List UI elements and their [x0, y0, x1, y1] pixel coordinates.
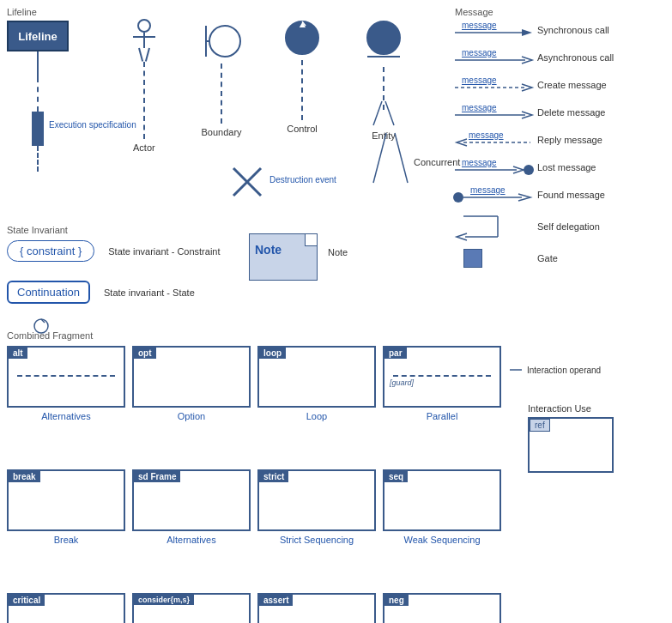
- svg-marker-14: [522, 29, 532, 36]
- entity-svg: [365, 19, 403, 67]
- frag-assert-tag: assert: [259, 595, 293, 606]
- boundary-svg: [199, 19, 244, 64]
- frag-loop-label: Loop: [306, 411, 327, 421]
- frag-loop: loop Loop: [257, 346, 376, 421]
- frag-break-label: Break: [54, 535, 79, 545]
- execution-spec: [32, 112, 44, 146]
- msg-delete-arrow: [455, 103, 532, 122]
- svg-line-11: [373, 133, 386, 183]
- control-svg: [283, 19, 321, 60]
- frag-break-tag: break: [9, 471, 40, 482]
- entity-diagonal-svg: [365, 101, 403, 127]
- combined-fragment-label: Combined Fragment: [7, 330, 501, 341]
- msg-self: Self delegation: [455, 213, 614, 240]
- frag-seq-label: Weak Sequencing: [403, 535, 480, 545]
- msg-async-line: message: [455, 48, 532, 67]
- actor-label: Actor: [133, 142, 155, 153]
- gate-box: [463, 249, 482, 268]
- interaction-operand-row: Interaction operand: [510, 365, 601, 375]
- actor-dashed-line: [143, 62, 145, 139]
- msg-reply-arrow: [455, 130, 532, 149]
- actor-arms: [133, 36, 155, 38]
- frag-critical-tag: critical: [9, 595, 45, 606]
- frag-neg-box: neg: [383, 593, 501, 623]
- msg-found-desc: Found message: [537, 190, 605, 200]
- frag-loop-tag: loop: [259, 348, 286, 359]
- msg-delete-desc: Delete message: [537, 107, 606, 118]
- frag-break: break Break: [7, 469, 125, 545]
- msg-self-desc: Self delegation: [537, 221, 600, 232]
- control-element: Control: [283, 19, 321, 134]
- svg-point-20: [524, 165, 534, 175]
- interaction-use-tag: ref: [530, 419, 550, 432]
- state-invariant-section: State Invariant { constraint } State inv…: [7, 225, 221, 336]
- fragment-row3: critical Critical Region consider{m,s} C…: [7, 593, 501, 623]
- frag-alt-tag: alt: [9, 348, 27, 359]
- interaction-use-box: ref: [528, 417, 614, 473]
- msg-create-line: message: [455, 76, 532, 94]
- interaction-use-section: Interaction Use ref: [528, 403, 614, 473]
- actor-torso: [143, 33, 145, 48]
- msg-found-arrow: [455, 185, 532, 204]
- lifeline-box: Lifeline: [7, 21, 69, 51]
- operand-line-svg: [510, 365, 524, 375]
- msg-async-desc: Asynchronous call: [537, 52, 614, 63]
- lifeline-box-label: Lifeline: [18, 30, 58, 43]
- control-label: Control: [287, 124, 317, 134]
- exec-spec-label: Execution specification: [49, 120, 136, 130]
- fragment-row1: alt Alternatives opt Option loop Loop: [7, 346, 501, 421]
- msg-self-arrow: [455, 213, 532, 240]
- constraint-box: { constraint }: [7, 240, 94, 262]
- destruction-element: Destruction event: [230, 165, 264, 201]
- msg-found-line: message: [455, 185, 532, 204]
- frag-alt-box: alt: [7, 346, 125, 408]
- msg-lost-arrow: [455, 158, 532, 177]
- combined-fragment-section: Combined Fragment alt Alternatives opt O…: [7, 330, 501, 623]
- frag-seq-tag: seq: [384, 471, 408, 482]
- frag-par-tag: par: [384, 348, 407, 359]
- note-wrapper: Note Note: [249, 233, 318, 281]
- msg-create-desc: Create message: [537, 80, 607, 90]
- msg-reply-line: message: [455, 130, 532, 149]
- fragment-row2: break Break sd Frame Alternatives strict…: [7, 469, 501, 545]
- frag-alt: alt Alternatives: [7, 346, 125, 421]
- destruction-label: Destruction event: [269, 175, 336, 184]
- actor-right-leg: [145, 48, 150, 62]
- actor-legs: [138, 48, 150, 62]
- actor-head: [137, 19, 151, 33]
- svg-line-7: [373, 101, 382, 125]
- frag-strict-box: strict: [257, 469, 376, 531]
- msg-delete-line: message: [455, 103, 532, 122]
- msg-create: message Create message: [455, 76, 614, 94]
- continuation-box: Continuation: [7, 281, 90, 304]
- svg-line-8: [385, 101, 394, 125]
- msg-gate-row: Gate: [455, 249, 614, 268]
- svg-point-21: [453, 192, 463, 203]
- destruction-x-svg: [230, 165, 264, 199]
- frag-sdframe-tag: sd Frame: [134, 471, 180, 482]
- frag-seq-box: seq: [383, 469, 501, 531]
- svg-point-5: [367, 21, 400, 54]
- actor-element: Actor: [133, 19, 155, 153]
- msg-async: message Asynchronous call: [455, 48, 614, 67]
- frag-sdframe-label: Alternatives: [166, 535, 215, 545]
- frag-opt-label: Option: [178, 411, 205, 421]
- frag-loop-box: loop: [257, 346, 376, 408]
- msg-sync: message Synchronous call: [455, 21, 614, 39]
- constraint-row-label: State invariant - Constraint: [108, 246, 220, 257]
- frag-strict-label: Strict Sequencing: [280, 535, 354, 545]
- msg-sync-arrow: [455, 21, 532, 39]
- boundary-element: Boundary: [199, 19, 244, 137]
- msg-delete: message Delete message: [455, 103, 614, 122]
- msg-lost-line: message: [455, 158, 532, 177]
- frag-critical-box: critical: [7, 593, 125, 623]
- frag-consider-tag: consider{m,s}: [134, 595, 194, 605]
- boundary-dashed: [221, 64, 222, 124]
- state-rows: { constraint } State invariant - Constra…: [7, 240, 221, 336]
- actor-left-leg: [138, 48, 143, 62]
- concurrent-element: Concurrent: [369, 133, 412, 186]
- boundary-label: Boundary: [201, 127, 241, 137]
- frag-neg-tag: neg: [384, 595, 409, 606]
- gate-label: Gate: [537, 253, 558, 263]
- frag-consider-box: consider{m,s}: [132, 593, 251, 623]
